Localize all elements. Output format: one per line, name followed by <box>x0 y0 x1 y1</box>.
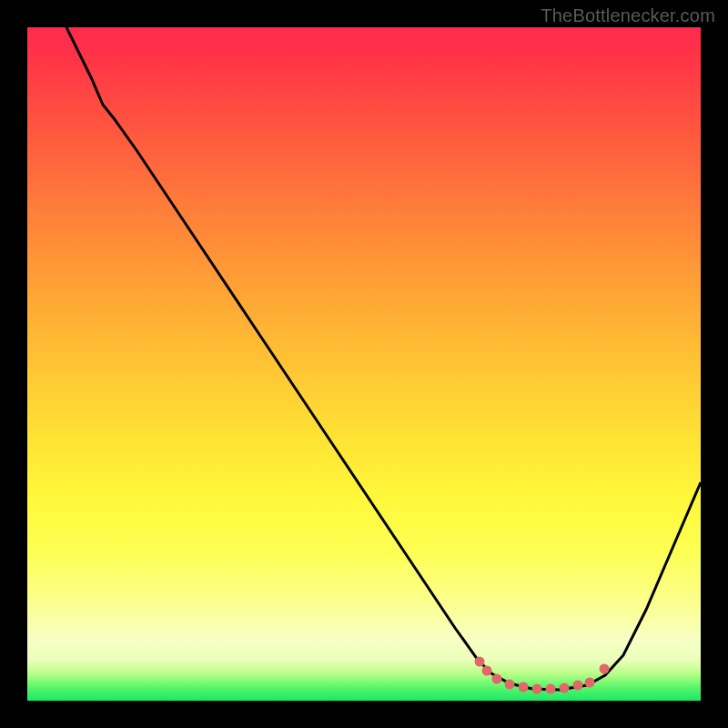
highlight-dot <box>546 684 556 694</box>
highlight-dot <box>505 680 515 690</box>
highlight-dot <box>573 681 583 691</box>
highlight-dot <box>519 682 529 693</box>
watermark-text: TheBottlenecker.com <box>541 5 715 26</box>
highlight-dot <box>560 683 570 693</box>
chart-frame: TheBottlenecker.com <box>0 0 728 728</box>
highlight-dot <box>492 674 502 684</box>
highlight-dot <box>532 684 542 694</box>
curve-layer <box>27 27 701 701</box>
bottleneck-curve <box>66 27 701 690</box>
highlight-dot <box>600 664 610 674</box>
highlight-dot <box>475 657 485 667</box>
plot-area <box>27 27 701 701</box>
highlight-dot <box>482 666 492 676</box>
highlight-dot <box>585 678 595 688</box>
